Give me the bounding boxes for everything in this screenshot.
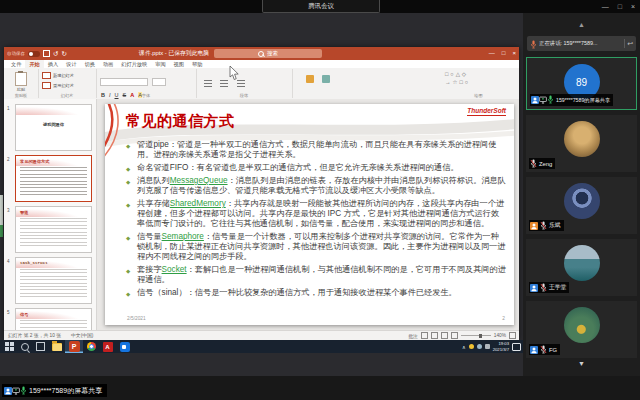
slide-thumbnail-2[interactable]: 常见的通信方式 (15, 155, 92, 202)
autosave-toggle[interactable] (28, 51, 40, 57)
redo-icon[interactable]: ↻ (61, 47, 66, 60)
tray-icon-2[interactable] (477, 344, 482, 349)
acrobat-icon: A (103, 342, 113, 352)
thumbnail-row: 5信号 (4, 308, 96, 331)
fit-to-window-icon[interactable] (509, 332, 516, 339)
banner-reply-icon[interactable]: ↩ (627, 40, 633, 48)
numbered-list-icon[interactable] (220, 80, 228, 87)
tray-icon-3[interactable] (485, 344, 490, 349)
paste-icon[interactable] (15, 72, 27, 86)
ribbon-group-slides: 新建幻灯片 重用幻灯片 幻灯片 (38, 69, 97, 98)
close-icon[interactable]: × (631, 0, 635, 13)
slide-thumbnail-5[interactable]: 信号 (15, 308, 92, 331)
autosave-label: 自动保存 (7, 51, 25, 56)
slide-sorter-icon[interactable] (431, 332, 438, 339)
participant-tile-1[interactable]: Zeng (526, 115, 637, 172)
design-ideas-icon[interactable] (306, 75, 314, 83)
taskbar-chrome-button[interactable] (83, 340, 99, 353)
taskbar-meeting-button[interactable] (116, 340, 133, 353)
font-name-select[interactable] (100, 78, 148, 86)
participant-tile-4[interactable]: FG (526, 301, 637, 358)
taskbar-acrobat-button[interactable]: A (99, 340, 116, 353)
zoom-slider-knob[interactable] (479, 334, 482, 338)
thumbnail-number: 5 (7, 310, 10, 315)
taskbar-taskview-button[interactable] (32, 340, 48, 353)
more-participants-icon[interactable]: ▼ (523, 360, 640, 367)
active-speaker-tile[interactable]: 89 159****7589的屏幕共享 (526, 57, 637, 110)
ribbon-tab-设计[interactable]: 设计 (62, 60, 80, 68)
meeting-icon (120, 342, 130, 352)
notes-button[interactable]: 批注 (408, 333, 418, 339)
ribbon-tab-插入[interactable]: 插入 (44, 60, 62, 68)
search-placeholder: 搜索 (267, 50, 278, 57)
ribbon-tab-视图[interactable]: 视图 (170, 60, 188, 68)
language-indicator[interactable]: 中文(中国) (71, 331, 93, 340)
taskbar-search-button[interactable] (17, 340, 32, 353)
indent-icon[interactable] (237, 80, 245, 87)
participant-name: FG (549, 347, 557, 353)
taskbar-clock[interactable]: 19:03 2021/3/7 (493, 341, 509, 351)
font-size-select[interactable] (152, 78, 166, 86)
taskbar-explorer-button[interactable] (48, 340, 65, 353)
slide-canvas[interactable]: ThunderSoft 常见的通信方式 管道pipe：管道是一种半双工的通信方式… (105, 104, 514, 325)
collapse-panel-icon[interactable]: ▲ (523, 21, 640, 28)
slideshow-icon[interactable] (451, 332, 458, 339)
search-box[interactable]: 搜索 (214, 49, 322, 58)
slide-bullet: 命名管道FIFO：有名管道也是半双工的通信方式，但是它允许无亲缘关系进程间的通信… (126, 163, 506, 173)
thumbnail-title: task_struct (20, 261, 48, 265)
participant-tile-3[interactable]: 王学堂 (526, 239, 637, 296)
screen-share-icon (12, 387, 20, 395)
normal-view-icon[interactable] (421, 332, 428, 339)
ribbon-tab-动画[interactable]: 动画 (99, 60, 117, 68)
ppt-restore-icon[interactable]: □ (502, 47, 506, 60)
mic-icon (20, 386, 27, 395)
thumbnail-text-lines (20, 269, 87, 299)
person-badge-icon (4, 387, 12, 395)
participant-label: 乐斌 (529, 220, 564, 231)
taskview-icon (36, 342, 45, 351)
action-center-icon[interactable] (512, 343, 521, 351)
ppt-minimize-icon[interactable]: — (489, 47, 495, 60)
taskbar-start-button[interactable] (1, 340, 17, 353)
reuse-slide-button[interactable]: 重用幻灯片 (42, 82, 96, 89)
quick-access-toolbar: 自动保存 ↺ ↻ (7, 47, 67, 60)
slide-thumbnail-3[interactable]: 管道 (15, 206, 92, 253)
restore-icon[interactable]: □ (618, 0, 622, 13)
ppt-status-bar: 幻灯片 第 2 张，共 10 张 中文(中国) 批注 140% (4, 330, 519, 340)
new-slide-button[interactable]: 新建幻灯片 (42, 72, 96, 79)
shapes-gallery-row2[interactable]: →☆□○ (445, 79, 517, 85)
desktop-edge-window (0, 195, 3, 225)
ribbon-tab-开始[interactable]: 开始 (25, 60, 43, 68)
thumbnail-text-lines (20, 218, 87, 248)
meeting-bottom-bar: 159****7589的屏幕共享 (0, 376, 640, 400)
ribbon-tab-切换[interactable]: 切换 (81, 60, 99, 68)
ribbon-tab-审阅[interactable]: 审阅 (151, 60, 169, 68)
ribbon-tab-幻灯片放映[interactable]: 幻灯片放映 (117, 60, 151, 68)
save-icon[interactable] (43, 50, 50, 57)
undo-icon[interactable]: ↺ (53, 47, 58, 60)
ribbon-tab-文件[interactable]: 文件 (7, 60, 25, 68)
slide-thumbnail-1[interactable]: 进程间通信 (15, 104, 92, 151)
bullet-list-icon[interactable] (204, 80, 212, 87)
screen-share-indicator[interactable]: 159****7589的屏幕共享 (2, 384, 107, 397)
participant-label: FG (529, 344, 560, 355)
ribbon-tab-帮助[interactable]: 帮助 (188, 60, 206, 68)
meeting-sidebar: ▲ 正在讲话: 159****7589... ↩ 89 159****7589的… (523, 13, 640, 376)
taskbar-powerpoint-button[interactable]: P (65, 340, 83, 353)
smart-lookup-icon[interactable] (322, 75, 330, 83)
minimize-icon[interactable]: — (602, 0, 609, 13)
hidden-icons-caret[interactable]: ∧ (462, 344, 466, 350)
ppt-close-icon[interactable]: × (512, 47, 516, 60)
slide-thumbnail-4[interactable]: task_struct (15, 257, 92, 304)
tray-icon-1[interactable] (469, 344, 474, 349)
thumbnail-number: 1 (7, 106, 10, 111)
muted-mic-icon (540, 221, 547, 230)
ppt-titlebar: 自动保存 ↺ ↻ 课件.pptx - 已保存到此电脑 搜索 — □ × (4, 47, 519, 60)
participant-tile-2[interactable]: 乐斌 (526, 177, 637, 234)
ribbon-group-paragraph: 段落 (196, 69, 293, 98)
zoom-slider[interactable] (461, 335, 491, 336)
paste-label[interactable]: 粘贴 (4, 87, 38, 92)
shapes-gallery-row1[interactable]: □○△◇ (445, 71, 517, 77)
reading-view-icon[interactable] (441, 332, 448, 339)
zoom-level[interactable]: 140% (494, 333, 506, 338)
